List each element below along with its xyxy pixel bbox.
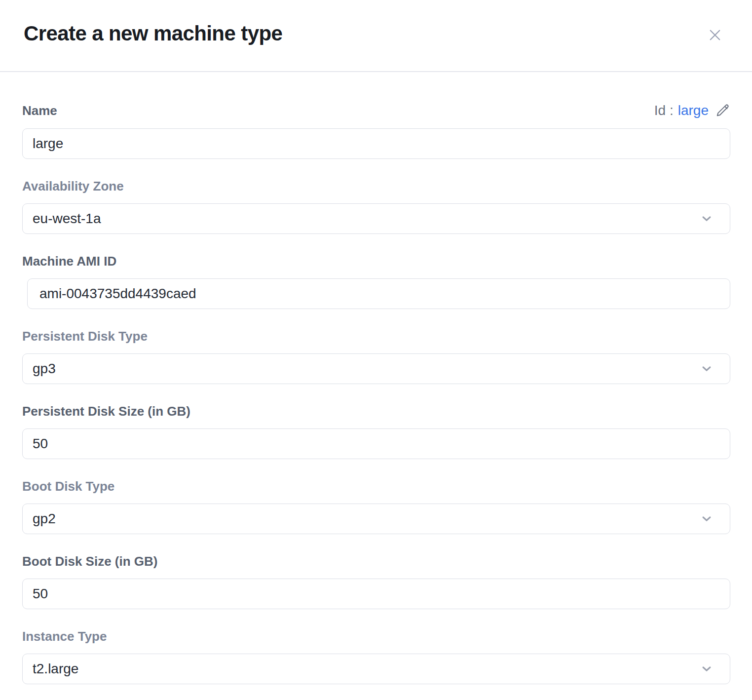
- field-boot-disk-size: Boot Disk Size (in GB): [22, 554, 730, 609]
- instance-type-select[interactable]: t2.large: [22, 654, 730, 684]
- boot-disk-type-select[interactable]: gp2: [22, 504, 730, 534]
- machine-ami-id-label: Machine AMI ID: [22, 254, 730, 269]
- persistent-disk-size-label: Persistent Disk Size (in GB): [22, 404, 730, 419]
- chevron-down-icon: [699, 361, 714, 376]
- field-name: Name Id : large: [22, 103, 730, 159]
- modal-body: Name Id : large Availability Zone: [0, 72, 752, 700]
- modal-header: Create a new machine type: [0, 0, 752, 72]
- availability-zone-value: eu-west-1a: [33, 211, 101, 227]
- persistent-disk-size-input[interactable]: [22, 428, 730, 459]
- modal-title: Create a new machine type: [24, 21, 282, 47]
- chevron-down-icon: [699, 661, 714, 676]
- name-label: Name: [22, 103, 57, 118]
- name-input[interactable]: [22, 128, 730, 159]
- id-badge: Id : large: [654, 103, 730, 118]
- edit-id-button[interactable]: [715, 103, 730, 118]
- instance-type-value: t2.large: [33, 661, 78, 677]
- field-persistent-disk-type: Persistent Disk Type gp3: [22, 329, 730, 384]
- id-prefix: Id :: [654, 103, 674, 118]
- instance-type-label: Instance Type: [22, 629, 730, 644]
- field-persistent-disk-size: Persistent Disk Size (in GB): [22, 404, 730, 459]
- create-machine-type-modal: Create a new machine type Name Id : larg…: [0, 0, 752, 700]
- availability-zone-label: Availability Zone: [22, 179, 730, 194]
- close-button[interactable]: [707, 27, 723, 43]
- close-icon: [707, 27, 723, 43]
- field-instance-type: Instance Type t2.large: [22, 629, 730, 684]
- persistent-disk-type-label: Persistent Disk Type: [22, 329, 730, 344]
- boot-disk-type-label: Boot Disk Type: [22, 479, 730, 494]
- availability-zone-select[interactable]: eu-west-1a: [22, 203, 730, 234]
- field-availability-zone: Availability Zone eu-west-1a: [22, 179, 730, 234]
- boot-disk-size-label: Boot Disk Size (in GB): [22, 554, 730, 569]
- chevron-down-icon: [699, 511, 714, 526]
- persistent-disk-type-select[interactable]: gp3: [22, 353, 730, 384]
- boot-disk-size-input[interactable]: [22, 579, 730, 609]
- persistent-disk-type-value: gp3: [33, 361, 56, 377]
- field-boot-disk-type: Boot Disk Type gp2: [22, 479, 730, 534]
- pencil-icon: [715, 103, 730, 118]
- machine-ami-id-input[interactable]: [27, 278, 730, 309]
- name-label-row: Name Id : large: [22, 103, 730, 118]
- boot-disk-type-value: gp2: [33, 511, 56, 527]
- chevron-down-icon: [699, 211, 714, 226]
- id-value: large: [678, 103, 709, 118]
- field-machine-ami-id: Machine AMI ID: [22, 254, 730, 309]
